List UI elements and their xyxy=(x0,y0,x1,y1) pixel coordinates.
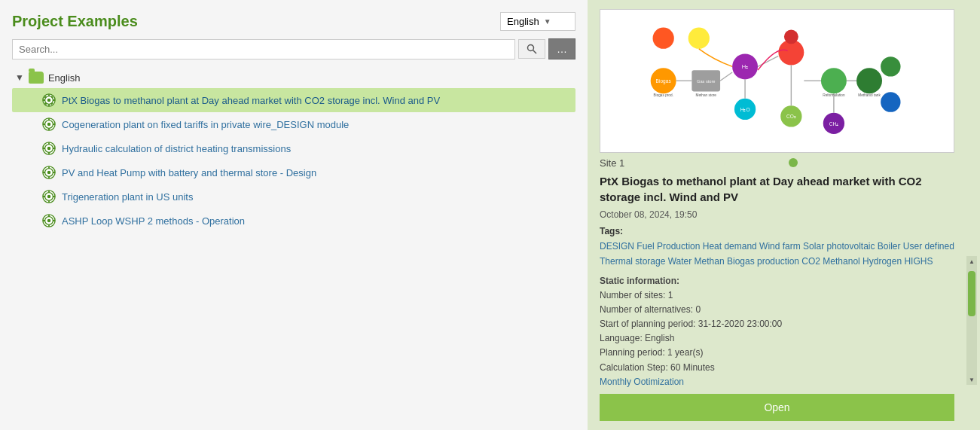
tags-label: Tags: xyxy=(600,226,623,236)
svg-rect-39 xyxy=(43,196,45,197)
static-line-5: Planning period: 1 year(s) xyxy=(600,346,954,360)
search-button[interactable] xyxy=(518,39,545,59)
svg-rect-8 xyxy=(53,99,55,101)
site-label: Site 1 xyxy=(600,157,624,169)
svg-rect-19 xyxy=(53,124,55,125)
search-input[interactable] xyxy=(12,39,515,59)
item-label-1: PtX Biogas to methanol plant at Day ahea… xyxy=(62,95,440,106)
tree-item-4[interactable]: PV and Heat Pump with battery and therma… xyxy=(12,160,575,185)
svg-rect-33 xyxy=(53,172,55,173)
svg-text:H₂O: H₂O xyxy=(740,107,750,112)
tree-item-2[interactable]: Cogeneration plant on fixed tariffs in p… xyxy=(12,112,575,136)
language-value: English xyxy=(507,16,539,27)
svg-point-4 xyxy=(47,99,51,102)
detail-title: PtX Biogas to methanol plant at Day ahea… xyxy=(600,173,954,205)
svg-rect-40 xyxy=(53,196,55,197)
svg-point-22 xyxy=(47,147,51,151)
static-info-section: Static information: Number of sites: 1 N… xyxy=(600,274,954,390)
open-button[interactable]: Open xyxy=(600,394,954,421)
svg-point-79 xyxy=(881,92,900,111)
search-icon xyxy=(527,44,537,54)
folder-icon xyxy=(29,72,44,84)
svg-rect-46 xyxy=(43,220,45,221)
chevron-icon: ▼ xyxy=(15,72,24,83)
gear-icon-1 xyxy=(42,93,56,107)
flow-diagram: Biogas Gas store H₂ xyxy=(600,10,954,152)
static-line-4: Language: English xyxy=(600,331,954,346)
item-label-6: ASHP Loop WSHP 2 methods - Operation xyxy=(62,215,245,227)
svg-point-43 xyxy=(47,219,51,223)
svg-rect-38 xyxy=(48,200,50,203)
static-line-2: Number of alternatives: 0 xyxy=(600,303,954,317)
svg-point-29 xyxy=(47,171,51,175)
svg-point-36 xyxy=(47,195,51,199)
svg-rect-25 xyxy=(43,148,45,149)
gear-icon-5 xyxy=(42,190,56,203)
static-label: Static information: xyxy=(600,276,679,286)
tree-item-5[interactable]: Trigeneration plant in US units xyxy=(12,185,575,209)
scroll-thumb[interactable] xyxy=(968,271,975,316)
svg-point-64 xyxy=(688,28,710,49)
svg-rect-23 xyxy=(48,142,50,145)
folder-english[interactable]: ▼ English xyxy=(12,67,575,88)
item-label-4: PV and Heat Pump with battery and therma… xyxy=(62,167,316,178)
svg-rect-32 xyxy=(43,172,45,173)
gear-icon-2 xyxy=(42,117,56,131)
svg-point-57 xyxy=(856,68,882,93)
svg-text:Gas store: Gas store xyxy=(697,79,715,84)
svg-text:Biogas prod.: Biogas prod. xyxy=(653,93,673,97)
svg-rect-6 xyxy=(48,104,50,106)
svg-point-56 xyxy=(821,68,847,93)
item-label-5: Trigeneration plant in US units xyxy=(62,191,193,203)
svg-point-80 xyxy=(784,29,798,44)
svg-point-65 xyxy=(653,28,674,49)
tags-section: Tags: DESIGN Fuel Production Heat demand… xyxy=(600,224,954,270)
chevron-down-icon: ▼ xyxy=(544,17,569,26)
scroll-down-button[interactable]: ▼ xyxy=(966,374,977,385)
svg-rect-31 xyxy=(48,176,50,178)
svg-text:Reformulation: Reformulation xyxy=(823,93,845,97)
svg-rect-45 xyxy=(48,224,50,227)
folder-label: English xyxy=(48,72,81,84)
site-info-row: Site 1 xyxy=(600,157,954,169)
svg-rect-30 xyxy=(48,166,50,169)
tree-item-6[interactable]: ASHP Loop WSHP 2 methods - Operation xyxy=(12,209,575,233)
language-dropdown[interactable]: English ▼ xyxy=(500,12,575,31)
svg-rect-16 xyxy=(48,118,50,120)
right-panel: Biogas Gas store H₂ xyxy=(588,0,980,430)
more-icon: … xyxy=(557,43,567,55)
svg-point-15 xyxy=(47,123,51,127)
svg-point-0 xyxy=(528,45,534,51)
more-button[interactable]: … xyxy=(548,38,575,59)
search-bar: … xyxy=(12,38,575,59)
preview-image: Biogas Gas store H₂ xyxy=(600,9,954,153)
svg-line-1 xyxy=(533,50,537,54)
static-line-3: Start of planning period: 31-12-2020 23:… xyxy=(600,317,954,331)
svg-text:H₂: H₂ xyxy=(742,63,748,70)
svg-text:Methanol tank: Methanol tank xyxy=(858,93,881,97)
svg-rect-5 xyxy=(48,94,50,96)
svg-rect-24 xyxy=(48,152,50,154)
tree-item-3[interactable]: Hydraulic calculation of district heatin… xyxy=(12,136,575,160)
item-label-3: Hydraulic calculation of district heatin… xyxy=(62,143,291,154)
static-line-6: Calculation Step: 60 Minutes xyxy=(600,361,954,375)
tree-item-1[interactable]: PtX Biogas to methanol plant at Day ahea… xyxy=(12,88,575,112)
gear-icon-4 xyxy=(42,166,56,179)
svg-rect-18 xyxy=(43,124,45,125)
svg-rect-26 xyxy=(53,148,55,149)
item-label-2: Cogeneration plant on fixed tariffs in p… xyxy=(62,119,349,130)
static-line-1: Number of sites: 1 xyxy=(600,288,954,303)
detail-date: October 08, 2024, 19:50 xyxy=(600,209,954,220)
svg-rect-37 xyxy=(48,191,50,193)
svg-point-78 xyxy=(881,56,900,76)
project-tree: ▼ English PtX Biogas to methanol plant a… xyxy=(12,67,575,233)
svg-text:Biogas: Biogas xyxy=(656,78,672,84)
svg-text:CH₄: CH₄ xyxy=(829,121,839,127)
static-line-7: Monthly Ootimization xyxy=(600,375,954,389)
scroll-up-button[interactable]: ▲ xyxy=(966,256,977,267)
left-panel: Project Examples English ▼ … ▼ English xyxy=(0,0,588,430)
gear-icon-6 xyxy=(42,214,56,227)
svg-rect-17 xyxy=(48,128,50,130)
page-title: Project Examples xyxy=(12,13,138,30)
scrollbar[interactable]: ▲ ▼ xyxy=(966,256,977,385)
